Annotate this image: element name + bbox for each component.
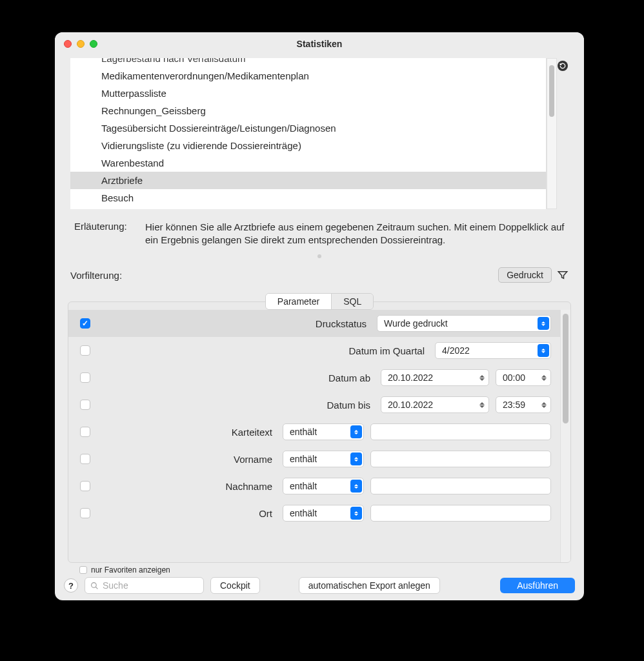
label-nachname: Nachname <box>225 481 276 492</box>
time-bis-value: 23:59 <box>503 400 525 410</box>
select-karteitext-op[interactable]: enthält <box>283 423 364 440</box>
favorites-label: nur Favoriten anzeigen <box>91 565 170 575</box>
select-quartal-value: 4/2022 <box>442 345 470 356</box>
time-datum-bis[interactable]: 23:59 <box>496 396 551 413</box>
checkbox-quartal[interactable] <box>80 345 90 356</box>
select-vorname-op[interactable]: enthält <box>283 451 364 467</box>
param-scrollbar[interactable] <box>560 310 570 562</box>
explanation-text: Hier können Sie alle Arztbriefe aus eine… <box>145 221 565 247</box>
chevron-updown-icon <box>350 425 362 438</box>
chevron-updown-icon <box>538 317 549 330</box>
content: Lagerbestand nach VerfallsdatumMedikamen… <box>55 56 584 600</box>
param-scroll-thumb[interactable] <box>563 314 569 423</box>
param-row-druckstatus[interactable]: Druckstatus Wurde gedruckt <box>68 310 560 337</box>
tab-parameter[interactable]: Parameter <box>266 294 332 309</box>
list-scroll-thumb[interactable] <box>549 65 554 117</box>
select-druckstatus-value: Wurde gedruckt <box>384 318 448 329</box>
titlebar: Statistiken <box>55 32 584 56</box>
label-ort: Ort <box>259 508 276 519</box>
op-nachname-value: enthält <box>290 481 317 491</box>
date-datum-ab[interactable]: 20.10.2022 <box>381 369 489 386</box>
statistics-list-wrap: Lagerbestand nach VerfallsdatumMedikamen… <box>55 56 584 209</box>
window-title: Statistiken <box>55 39 584 49</box>
checkbox-nachname[interactable] <box>80 481 90 491</box>
label-vorname: Vorname <box>234 454 276 465</box>
list-item[interactable]: Medikamentenverordnungen/Medikamentenpla… <box>70 67 546 85</box>
checkbox-datum-bis[interactable] <box>80 400 90 410</box>
tabs: Parameter SQL <box>55 288 584 310</box>
op-vorname-value: enthält <box>290 454 317 464</box>
date-ab-value: 20.10.2022 <box>388 372 433 383</box>
input-vorname[interactable] <box>370 451 551 467</box>
input-nachname[interactable] <box>370 478 551 494</box>
stepper-icon[interactable] <box>478 375 486 381</box>
checkbox-favorites[interactable] <box>79 566 87 574</box>
date-datum-bis[interactable]: 20.10.2022 <box>381 396 489 413</box>
tab-sql[interactable]: SQL <box>332 294 373 309</box>
param-row-datum-ab[interactable]: Datum ab 20.10.2022 00:00 <box>68 364 560 391</box>
param-row-ort[interactable]: Ort enthält <box>68 500 560 522</box>
list-item[interactable]: Rechnungen_Geissberg <box>70 102 546 119</box>
time-ab-value: 00:00 <box>503 372 525 383</box>
list-item[interactable]: Lagerbestand nach Verfallsdatum <box>70 58 546 67</box>
label-druckstatus: Druckstatus <box>316 318 370 329</box>
cockpit-button[interactable]: Cockpit <box>210 577 260 594</box>
prefilter-row: Vorfilterung: Gedruckt <box>55 258 584 288</box>
checkbox-datum-ab[interactable] <box>80 372 90 383</box>
list-scrollbar[interactable] <box>547 58 557 209</box>
label-datum-ab: Datum ab <box>328 372 374 383</box>
checkbox-karteitext[interactable] <box>80 427 90 437</box>
refresh-button[interactable] <box>558 61 568 71</box>
help-button[interactable]: ? <box>64 578 78 593</box>
list-item[interactable]: Warenbestand <box>70 154 546 172</box>
param-row-datum-bis[interactable]: Datum bis 20.10.2022 23:59 <box>68 391 560 418</box>
checkbox-druckstatus[interactable] <box>80 318 90 329</box>
favorites-row: nur Favoriten anzeigen <box>64 565 575 575</box>
list-item[interactable]: Tagesübersicht Dossiereinträge/Leistunge… <box>70 119 546 137</box>
op-karteitext-value: enthält <box>290 427 317 437</box>
input-karteitext[interactable] <box>370 423 551 440</box>
statistics-list: Lagerbestand nach VerfallsdatumMedikamen… <box>70 58 547 209</box>
param-row-nachname[interactable]: Nachname enthält <box>68 473 560 500</box>
param-row-quartal[interactable]: Datum im Quartal 4/2022 <box>68 337 560 364</box>
chevron-updown-icon <box>538 344 549 357</box>
search-placeholder: Suche <box>103 580 128 591</box>
prefilter-label: Vorfilterung: <box>70 270 122 281</box>
label-karteitext: Karteitext <box>232 427 276 438</box>
select-nachname-op[interactable]: enthält <box>283 478 364 494</box>
run-button[interactable]: Ausführen <box>500 578 575 593</box>
chevron-updown-icon <box>350 453 362 465</box>
select-ort-op[interactable]: enthält <box>283 505 364 522</box>
refresh-corner <box>557 58 569 209</box>
parameter-panel: Druckstatus Wurde gedruckt Datum im Quar… <box>68 301 571 563</box>
auto-export-button[interactable]: automatischen Export anlegen <box>299 577 440 594</box>
search-input[interactable]: Suche <box>85 577 204 594</box>
prefilter-button[interactable]: Gedruckt <box>498 267 552 283</box>
checkbox-ort[interactable] <box>80 508 90 518</box>
label-datum-bis: Datum bis <box>327 400 374 411</box>
stepper-icon[interactable] <box>478 402 486 408</box>
search-icon <box>90 582 99 590</box>
select-druckstatus[interactable]: Wurde gedruckt <box>377 315 551 332</box>
checkbox-vorname[interactable] <box>80 454 90 464</box>
stepper-icon[interactable] <box>539 375 548 381</box>
list-item[interactable]: Arztbriefe <box>70 172 546 189</box>
stepper-icon[interactable] <box>539 402 548 408</box>
input-ort[interactable] <box>370 505 551 522</box>
list-item[interactable]: Besuch <box>70 189 546 207</box>
window: Statistiken Lagerbestand nach Verfallsda… <box>55 32 584 600</box>
chevron-updown-icon <box>350 507 362 520</box>
list-item[interactable]: Mutterpassliste <box>70 85 546 102</box>
list-item[interactable]: Vidierungsliste (zu vidierende Dossierei… <box>70 137 546 154</box>
svg-point-0 <box>92 582 97 587</box>
explanation-block: Erläuterung: Hier können Sie alle Arztbr… <box>55 209 584 252</box>
time-datum-ab[interactable]: 00:00 <box>496 369 551 386</box>
filter-icon[interactable] <box>557 269 569 281</box>
param-row-karteitext[interactable]: Karteitext enthält <box>68 418 560 445</box>
bottom-bar: nur Favoriten anzeigen ? Suche Cockpit a… <box>55 563 584 600</box>
explanation-label: Erläuterung: <box>74 221 145 247</box>
select-quartal[interactable]: 4/2022 <box>435 342 551 359</box>
refresh-icon <box>559 63 566 69</box>
param-row-vorname[interactable]: Vorname enthält <box>68 445 560 473</box>
op-ort-value: enthält <box>290 508 317 518</box>
